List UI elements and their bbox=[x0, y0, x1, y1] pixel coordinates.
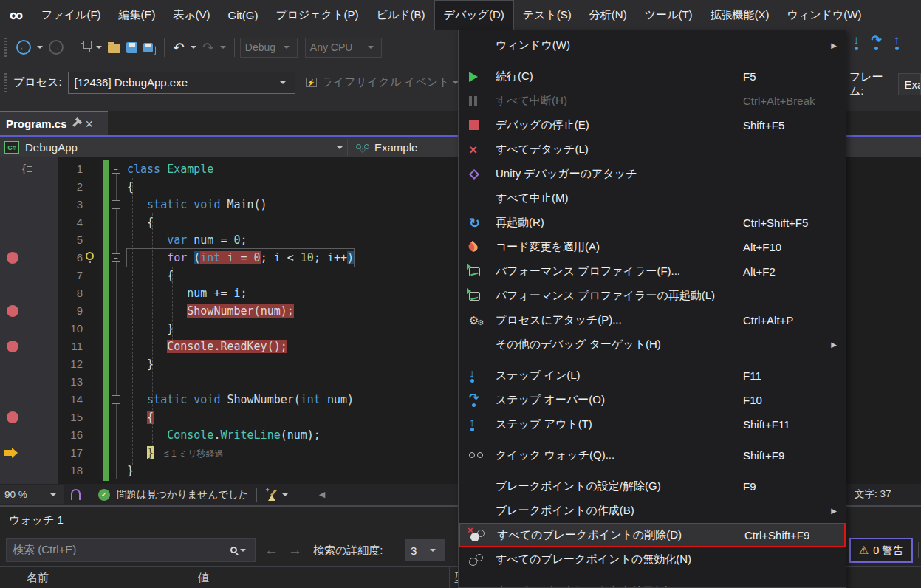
solution-configuration-combo[interactable]: Debug bbox=[240, 38, 298, 58]
redo-icon: ↷ bbox=[202, 39, 214, 56]
search-depth-combo[interactable]: 3 bbox=[405, 539, 445, 561]
debug-menu-item[interactable]: すべてのブレークポイントの無効化(N) bbox=[459, 547, 846, 572]
chevron-down-icon bbox=[50, 493, 56, 496]
debug-menu-item[interactable]: Unity デバッガーのアタッチ bbox=[459, 162, 846, 186]
debug-menu-item[interactable]: 続行(C)F5 bbox=[459, 64, 846, 89]
new-item-button[interactable] bbox=[78, 35, 93, 60]
line-number: 4 bbox=[58, 213, 83, 231]
debug-menu-item[interactable]: パフォーマンス プロファイラーの再起動(L) bbox=[459, 284, 846, 308]
navigate-back-dropdown[interactable] bbox=[37, 46, 43, 49]
save-button[interactable] bbox=[123, 35, 140, 60]
undo-dropdown[interactable] bbox=[191, 46, 196, 49]
lightbulb-icon[interactable] bbox=[86, 252, 94, 260]
column-divider bbox=[21, 567, 21, 588]
fold-collapse-icon[interactable] bbox=[112, 395, 120, 404]
column-header-value[interactable]: 値 bbox=[198, 571, 209, 585]
new-item-dropdown[interactable] bbox=[96, 46, 102, 49]
debug-menu-item[interactable]: ブレークポイントの作成(B)▶ bbox=[459, 499, 846, 523]
menubar-item[interactable]: 分析(N) bbox=[581, 0, 636, 30]
line-number: 18 bbox=[58, 462, 83, 479]
chevron-down-icon[interactable] bbox=[337, 146, 343, 149]
breakpoint-indicator[interactable] bbox=[7, 411, 18, 423]
code-text: } bbox=[127, 355, 154, 373]
menubar-item[interactable]: ツール(T) bbox=[636, 0, 702, 30]
step-into-icon[interactable]: ↓ bbox=[853, 35, 860, 50]
undo-button[interactable]: ↶ bbox=[170, 35, 188, 60]
step-over-icon[interactable]: ↷ bbox=[872, 35, 882, 50]
menubar-item[interactable]: 表示(V) bbox=[165, 0, 219, 30]
debug-menu-item[interactable]: デバッグの停止(E)Shift+F5 bbox=[459, 113, 846, 137]
process-combo[interactable]: [12436] DebugApp.exe bbox=[68, 72, 295, 94]
menubar-item[interactable]: デバッグ(D) bbox=[434, 0, 514, 30]
debug-menu-item[interactable]: ↷ステップ オーバー(O)F10 bbox=[459, 388, 846, 412]
member-dropdown[interactable]: Example bbox=[356, 141, 417, 154]
chevron-down-icon bbox=[430, 549, 436, 552]
save-all-button[interactable] bbox=[140, 35, 159, 60]
debug-menu-item[interactable]: すべてのデータヒントをクリア(A) bbox=[459, 578, 846, 588]
step-out-icon[interactable]: ↑ bbox=[894, 35, 900, 50]
code-cleanup-icon[interactable]: ✦ bbox=[267, 489, 279, 501]
column-header-name[interactable]: 名前 bbox=[27, 571, 49, 585]
breakpoint-indicator[interactable] bbox=[7, 341, 18, 352]
project-dropdown[interactable]: DebugApp bbox=[25, 141, 78, 154]
debug-menu-item[interactable]: ↓ステップ イン(L)F11 bbox=[459, 363, 846, 388]
column-divider[interactable] bbox=[191, 567, 191, 588]
redo-dropdown[interactable] bbox=[220, 46, 226, 49]
lifecycle-events-dropdown[interactable]: ⚡ ライフサイクル イベント bbox=[306, 75, 462, 89]
menubar-item[interactable]: ビルド(B) bbox=[368, 0, 434, 30]
menubar-item[interactable]: 編集(E) bbox=[110, 0, 165, 30]
debug-menu-item[interactable]: ⚙⚙プロセスにアタッチ(P)...Ctrl+Alt+P bbox=[459, 308, 846, 332]
column-divider[interactable] bbox=[449, 567, 450, 588]
stack-frame-combo[interactable]: Exa bbox=[898, 73, 921, 95]
code-cleanup-dropdown[interactable] bbox=[282, 493, 288, 496]
debug-menu-item[interactable]: ×すべてデタッチ(L) bbox=[459, 137, 846, 162]
menu-item-shortcut: F9 bbox=[743, 480, 756, 493]
debug-menu-item[interactable]: コード変更を適用(A)Alt+F10 bbox=[459, 235, 846, 259]
debug-menu-item[interactable]: ウィンドウ(W)▶ bbox=[459, 33, 846, 58]
watch-search-input[interactable]: 検索 (Ctrl+E) bbox=[6, 538, 256, 562]
chevron-down-icon[interactable] bbox=[240, 549, 246, 552]
toolbar-grip[interactable] bbox=[4, 38, 7, 57]
menubar-item[interactable]: ファイル(F) bbox=[32, 0, 110, 30]
search-next-arrow[interactable]: → bbox=[288, 542, 302, 558]
close-icon[interactable]: × bbox=[86, 119, 94, 129]
menubar-item[interactable]: 拡張機能(X) bbox=[702, 0, 778, 30]
stop-icon bbox=[469, 120, 491, 130]
open-file-button[interactable] bbox=[105, 35, 123, 60]
menubar-item[interactable]: ウィンドウ(W) bbox=[778, 0, 871, 30]
line-number: 8 bbox=[58, 284, 83, 302]
debug-menu-item[interactable]: その他のデバッグ ターゲット(H)▶ bbox=[459, 332, 846, 357]
fold-collapse-icon[interactable] bbox=[112, 200, 120, 209]
menubar-item[interactable]: テスト(S) bbox=[514, 0, 581, 30]
pin-icon[interactable] bbox=[72, 120, 78, 126]
scroll-left-arrow[interactable]: ◀ bbox=[319, 490, 325, 499]
redo-button[interactable]: ↷ bbox=[199, 35, 217, 60]
zoom-level-combo[interactable]: 90 % bbox=[0, 485, 64, 504]
csharp-project-icon: C# bbox=[4, 141, 19, 154]
breakpoint-indicator[interactable] bbox=[7, 305, 18, 317]
lifecycle-events-icon: ⚡ bbox=[306, 78, 317, 87]
debug-menu-item[interactable]: ↑ステップ アウト(T)Shift+F11 bbox=[459, 412, 846, 437]
breakpoint-indicator[interactable] bbox=[7, 252, 18, 264]
copilot-ghost-icon[interactable] bbox=[71, 489, 81, 500]
toolbar-separator bbox=[164, 38, 165, 57]
warnings-filter-button[interactable]: ⚠ 0 警告 bbox=[849, 538, 913, 563]
debug-menu-item[interactable]: すべて中断(H)Ctrl+Alt+Break bbox=[459, 89, 846, 113]
debug-menu-item[interactable]: ブレークポイントの設定/解除(G)F9 bbox=[459, 474, 846, 499]
menubar-item[interactable]: プロジェクト(P) bbox=[267, 0, 367, 30]
debug-menu-item[interactable]: パフォーマンス プロファイラー(F)...Alt+F2 bbox=[459, 259, 846, 284]
solution-platform-combo[interactable]: Any CPU bbox=[305, 38, 382, 58]
navigate-back-button[interactable]: ← bbox=[13, 35, 34, 60]
fold-collapse-icon[interactable] bbox=[112, 165, 120, 174]
toolbar-grip[interactable] bbox=[4, 73, 7, 92]
fold-collapse-icon[interactable] bbox=[112, 253, 120, 262]
menubar-item[interactable]: Git(G) bbox=[219, 0, 267, 30]
unity-icon bbox=[469, 171, 491, 178]
debug-menu-item[interactable]: すべて中止(M) bbox=[459, 186, 846, 211]
debug-menu-item[interactable]: クイック ウォッチ(Q)...Shift+F9 bbox=[459, 443, 846, 468]
tab-program-cs[interactable]: Program.cs × bbox=[0, 111, 108, 135]
search-prev-arrow[interactable]: ← bbox=[264, 542, 278, 558]
debug-menu-item[interactable]: ↻再起動(R)Ctrl+Shift+F5 bbox=[459, 211, 846, 235]
debug-menu-item[interactable]: ×すべてのブレークポイントの削除(D)Ctrl+Shift+F9 bbox=[459, 523, 846, 547]
navigate-forward-button[interactable]: → bbox=[46, 35, 66, 60]
